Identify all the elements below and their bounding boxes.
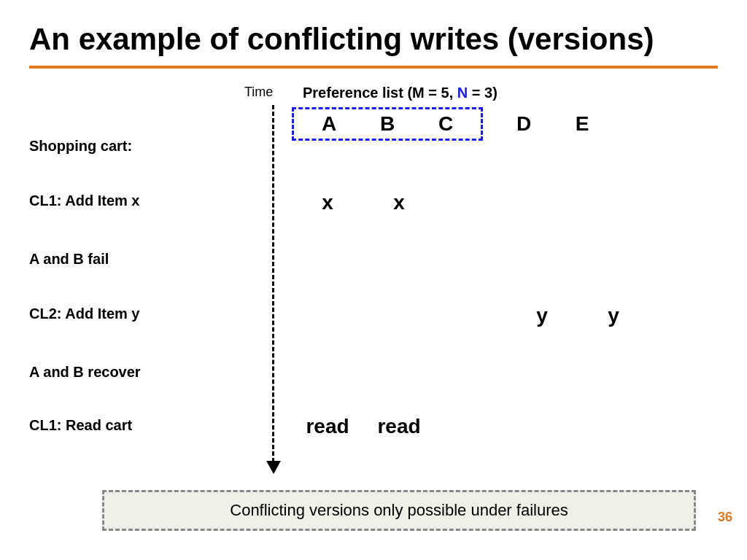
slide: An example of conflicting writes (versio…	[0, 0, 747, 560]
row-cl2-values: y y	[292, 304, 649, 327]
nodes-row: A B C D E	[292, 107, 611, 141]
time-label: Time	[244, 85, 273, 100]
page-number: 36	[718, 510, 732, 525]
node-C: C	[417, 112, 475, 136]
row-read-values: read read	[292, 415, 435, 438]
time-axis-arrow	[266, 461, 281, 474]
node-E: E	[553, 112, 611, 136]
cell-read-B: read	[363, 415, 435, 438]
cell-cl2-D: y	[506, 304, 578, 327]
label-cl2-add-y: CL2: Add Item y	[29, 306, 140, 322]
time-axis-line	[272, 105, 274, 462]
node-A: A	[300, 112, 358, 136]
cell-cl1-A: x	[292, 191, 363, 214]
label-cl1-read: CL1: Read cart	[29, 417, 132, 434]
node-D: D	[495, 112, 553, 136]
pref-header-end: = 3)	[468, 85, 498, 101]
pref-header-n: N	[457, 85, 468, 101]
label-a-b-fail: A and B fail	[29, 251, 109, 268]
cell-read-A: read	[292, 415, 363, 438]
node-B: B	[358, 112, 417, 136]
cell-cl1-B: x	[363, 191, 435, 214]
pref-header-text: Preference list (M = 5,	[303, 85, 457, 101]
slide-title: An example of conflicting writes (versio…	[29, 22, 718, 57]
label-cl1-add-x: CL1: Add Item x	[29, 192, 140, 209]
nodes-abc-group: A B C	[292, 107, 483, 141]
pref-header: Preference list (M = 5, N = 3)	[303, 85, 498, 101]
label-shopping-cart: Shopping cart:	[29, 138, 132, 155]
row-cl1-values: x x	[292, 191, 435, 214]
label-a-b-recover: A and B recover	[29, 364, 141, 381]
cell-cl2-E: y	[578, 304, 649, 327]
orange-divider	[29, 66, 718, 69]
bottom-note: Conflicting versions only possible under…	[102, 490, 696, 531]
